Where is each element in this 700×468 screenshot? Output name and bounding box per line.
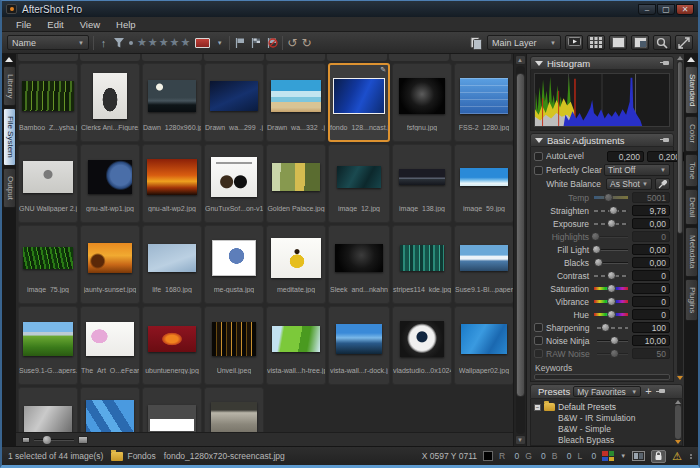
thumbnail-cell[interactable]: jaunty-sunset.jpg — [80, 225, 140, 304]
collapse-right-panel-icon[interactable] — [687, 57, 695, 62]
thumbnail-image[interactable] — [24, 406, 72, 432]
thumbnail-image[interactable] — [400, 245, 444, 271]
scrollbar-thumb[interactable] — [677, 61, 683, 234]
combined-view-icon[interactable] — [631, 35, 649, 50]
temp-value[interactable]: 5001 — [632, 192, 670, 203]
thumbnail-image[interactable] — [148, 326, 196, 352]
noise-ninja-checkbox[interactable] — [534, 336, 543, 345]
thumbnail-image[interactable] — [337, 166, 381, 188]
scroll-up-icon[interactable] — [677, 56, 683, 60]
pin-icon[interactable] — [656, 387, 665, 396]
slider-handle[interactable] — [592, 245, 601, 254]
tab-metadata[interactable]: Metadata — [685, 227, 698, 276]
thumbnail-image[interactable] — [272, 326, 320, 352]
basic-adjustments-header[interactable]: Basic Adjustments — [530, 133, 674, 147]
autolevel-value-1[interactable]: 0,200 — [607, 151, 644, 162]
exposure-slider[interactable] — [594, 223, 628, 225]
add-preset-icon[interactable]: + — [645, 386, 651, 397]
temp-slider[interactable] — [594, 196, 628, 199]
thumbnail-size-slider[interactable] — [34, 439, 74, 441]
scroll-down-icon[interactable] — [675, 440, 681, 444]
scroll-down-icon[interactable]: ▼ — [515, 435, 526, 445]
histogram-header[interactable]: Histogram — [530, 56, 674, 70]
thumbnail-image[interactable] — [23, 322, 73, 356]
thumbnail-image[interactable] — [86, 400, 134, 432]
copy-settings-icon[interactable] — [469, 36, 483, 50]
thumbnail-image[interactable] — [88, 160, 132, 194]
presets-header[interactable]: Presets My Favorites ▼ + — [530, 384, 683, 399]
thumbnail-image[interactable] — [147, 159, 197, 195]
sort-by-dropdown[interactable]: Name ▼ — [7, 35, 89, 50]
thumbnail-image[interactable] — [212, 240, 256, 276]
thumbnail-image[interactable] — [211, 402, 257, 432]
thumbnail-image[interactable] — [210, 81, 258, 111]
noise-ninja-slider[interactable] — [597, 340, 628, 342]
thumbnail-image[interactable] — [334, 79, 384, 113]
tab-color[interactable]: Color — [685, 116, 698, 151]
presets-collection-dropdown[interactable]: My Favorites ▼ — [573, 386, 641, 397]
collapse-triangle-icon[interactable] — [535, 138, 543, 143]
menu-item-view[interactable]: View — [72, 17, 108, 32]
autolevel-checkbox[interactable] — [534, 152, 543, 161]
thumbnail-image[interactable] — [461, 324, 507, 354]
menu-item-help[interactable]: Help — [108, 17, 144, 32]
preset-item[interactable]: Bleach Bypass — [534, 435, 674, 446]
scroll-up-icon[interactable]: ▲ — [515, 55, 526, 65]
keywords-input[interactable] — [534, 374, 670, 380]
slider-handle[interactable] — [610, 336, 619, 345]
menu-item-file[interactable]: File — [8, 17, 39, 32]
blacks-value[interactable]: 0,00 — [632, 257, 670, 268]
thumbnail-view-icon[interactable] — [587, 35, 605, 50]
thumbnail-image[interactable] — [211, 157, 257, 197]
thumbnail-cell[interactable] — [18, 387, 78, 432]
thumbnail-image[interactable] — [272, 163, 320, 191]
zero-stars-icon[interactable] — [129, 41, 133, 45]
collapse-icon[interactable]: − — [534, 404, 541, 411]
thumbnail-cell[interactable]: Drawn_wa...332_.jpg — [266, 63, 326, 142]
fill-light-value[interactable]: 0,00 — [632, 244, 670, 255]
slideshow-icon[interactable] — [565, 35, 583, 50]
thumbnail-image[interactable] — [148, 405, 196, 432]
filter-icon[interactable] — [113, 37, 125, 49]
flag-review-icon[interactable] — [250, 37, 262, 49]
thumbnail-image[interactable] — [400, 321, 444, 357]
thumbnail-cell[interactable]: Unveil.jpeg — [204, 306, 264, 385]
thumbnail-image[interactable] — [460, 168, 508, 186]
thumbnail-cell[interactable]: image_75.jpg — [18, 225, 78, 304]
pin-icon[interactable] — [660, 59, 669, 68]
thumbnail-cell[interactable]: vista-wall...r-dock.jpg — [328, 306, 390, 385]
thumbnail-cell[interactable]: gnu-alt-wp2.jpg — [142, 144, 202, 223]
thumbnail-image[interactable] — [93, 73, 127, 119]
menu-item-edit[interactable]: Edit — [39, 17, 71, 32]
pin-icon[interactable] — [660, 136, 669, 145]
thumbnail-cell[interactable]: image_59.jpg — [454, 144, 513, 223]
thumbnail-image[interactable] — [399, 78, 445, 114]
thumbnail-cell[interactable]: fsfgnu.jpg — [392, 63, 452, 142]
highlights-slider[interactable] — [594, 236, 628, 238]
eyedropper-icon[interactable] — [655, 178, 670, 190]
thumbnail-image[interactable] — [460, 78, 508, 114]
thumbnail-cell[interactable]: image_138.jpg — [392, 144, 452, 223]
thumbnail-image[interactable] — [22, 81, 74, 111]
slider-handle[interactable] — [594, 258, 603, 267]
sort-direction-icon[interactable]: ↑ — [98, 36, 109, 50]
small-thumbnails-icon[interactable] — [22, 437, 30, 443]
thumbnail-browser[interactable]: Bamboo_Z...ysha.jpgClerks Ani...Figure.j… — [16, 54, 513, 432]
thumbnail-cell[interactable] — [142, 387, 202, 432]
warning-icon[interactable]: ⚠ — [672, 451, 682, 462]
tab-plugins[interactable]: Plugins — [685, 279, 698, 321]
tint-dropdown[interactable]: Tint Off ▼ — [604, 164, 670, 176]
presets-scrollbar[interactable] — [674, 399, 682, 445]
thumbnail-image[interactable] — [88, 243, 132, 273]
slider-handle[interactable] — [591, 232, 600, 241]
slider-handle[interactable] — [607, 297, 616, 306]
magnifier-icon[interactable] — [653, 35, 671, 50]
rotate-left-icon[interactable]: ↺ — [287, 36, 297, 50]
thumbnail-cell[interactable]: vladstudio...0x1024.jpg — [392, 306, 452, 385]
vibrance-value[interactable]: 0 — [632, 296, 670, 307]
flag-icon[interactable] — [234, 37, 246, 49]
color-label-chevron-icon[interactable]: ▼ — [214, 36, 225, 50]
fit-zoom-icon[interactable] — [675, 35, 693, 50]
tab-standard[interactable]: Standard — [685, 66, 698, 114]
thumbnail-cell[interactable]: Suse9.1-Bl...papers.jpg — [454, 225, 513, 304]
